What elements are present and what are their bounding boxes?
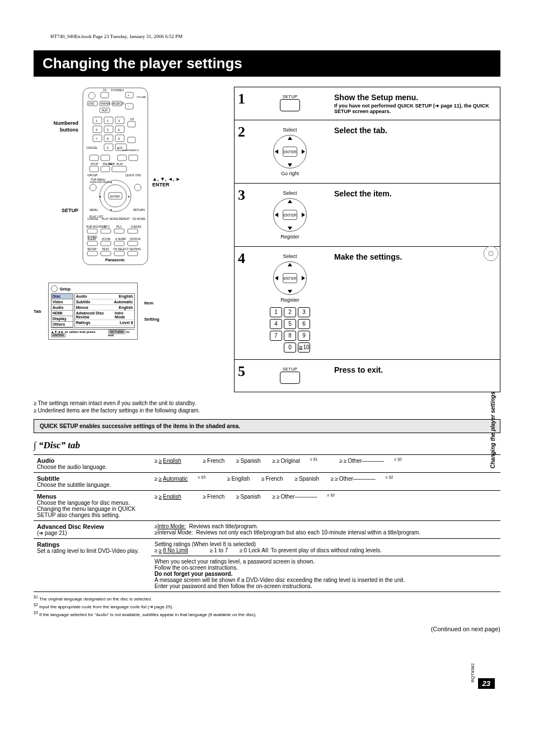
- step1-head: Show the Setup menu.: [334, 93, 494, 102]
- tab-others[interactable]: Others: [51, 322, 73, 327]
- ratings-n2: Follow the on-screen instructions.: [154, 565, 497, 571]
- step4-head: Make the settings.: [334, 252, 494, 261]
- svg-rect-93: [128, 241, 138, 246]
- svg-text:MUSIC P.: MUSIC P.: [113, 102, 125, 105]
- svg-text:SFC: SFC: [104, 225, 110, 228]
- tab-disc[interactable]: Disc: [51, 294, 73, 299]
- svg-rect-92: [114, 241, 124, 246]
- svg-text:6: 6: [118, 128, 120, 132]
- setup-tab-list: Disc Video Audio HDMI Display Others: [51, 293, 73, 328]
- svg-rect-30: [93, 135, 102, 142]
- svg-text:STATUS: STATUS: [130, 237, 141, 241]
- svg-text:TV: TV: [103, 88, 107, 92]
- svg-text:GROUP: GROUP: [87, 173, 98, 177]
- svg-rect-5: [125, 92, 133, 98]
- svg-rect-55: [112, 166, 127, 172]
- svg-text:5: 5: [107, 128, 109, 132]
- svg-rect-82: [101, 229, 111, 233]
- svg-text:CH: CH: [130, 118, 134, 121]
- step-4: 4 Select ENTER Register 123 456 789 0≧1: [235, 247, 500, 360]
- svg-text:AUX: AUX: [102, 109, 108, 112]
- tab-display[interactable]: Display: [51, 316, 73, 322]
- svg-rect-42: [128, 121, 135, 127]
- keypad[interactable]: 123 456 789 0≧10: [250, 307, 330, 353]
- svg-rect-45: [90, 155, 99, 161]
- disc-settings-table: AudioChoose the audio language. English …: [34, 454, 500, 592]
- svg-text:QUICK OSD: QUICK OSD: [125, 173, 141, 177]
- page: HT740_940En.book Page 23 Tuesday, Januar…: [0, 0, 534, 756]
- svg-text:FM/AM: FM/AM: [101, 102, 110, 105]
- menus-desc: Choose the language for disc menus. Chan…: [37, 500, 135, 518]
- label-directions: ▲, ▼, ◄, ►: [152, 176, 181, 182]
- step-2: 2 Select ENTER Go right Select the tab.: [235, 120, 500, 184]
- ratings-n1: When you select your ratings level, a pa…: [154, 558, 497, 565]
- svg-text:PLAY: PLAY: [116, 162, 124, 166]
- audio-desc: Choose the audio language.: [37, 464, 107, 470]
- adr-label: Advanced Disc Review: [37, 523, 104, 530]
- quick-setup-note: QUICK SETUP enables successive settings …: [34, 419, 500, 433]
- step-3: 3 Select ENTER Register Select the item.: [235, 184, 500, 247]
- svg-text:►: ►: [128, 195, 130, 198]
- svg-rect-22: [115, 117, 124, 124]
- svg-rect-46: [101, 155, 110, 161]
- step4-register: Register: [250, 297, 330, 303]
- svg-text:A.SURR: A.SURR: [115, 237, 126, 241]
- svg-rect-32: [104, 135, 113, 142]
- svg-rect-24: [93, 126, 102, 133]
- svg-text:SETUP: SETUP: [87, 247, 97, 251]
- label-buttons: buttons: [34, 127, 78, 133]
- notes: The settings remain intact even if you s…: [34, 400, 500, 414]
- steps-panel: 1 SETUP Show the Setup menu. If you have…: [234, 87, 500, 392]
- note-2: Underlined items are the factory setting…: [34, 407, 200, 414]
- svg-rect-90: [87, 241, 97, 246]
- svg-text:H.BASS: H.BASS: [131, 225, 142, 228]
- step2-select: Select: [250, 127, 330, 133]
- svg-text:TV/VIDEO: TV/VIDEO: [111, 88, 124, 92]
- continued-note: (Continued on next page): [34, 626, 500, 632]
- svg-text:DVD: DVD: [88, 102, 95, 105]
- svg-rect-2: [101, 92, 109, 98]
- svg-text:TEST: TEST: [102, 247, 109, 251]
- step3-select: Select: [250, 190, 330, 196]
- svg-rect-101: [128, 251, 138, 256]
- step-1: 1 SETUP Show the Setup menu. If you have…: [235, 87, 500, 120]
- tab-hdmi[interactable]: HDMI: [51, 311, 73, 316]
- adr-ref: (➜ page 21): [37, 530, 67, 536]
- svg-rect-36: [104, 144, 113, 151]
- svg-text:◄: ◄: [99, 195, 101, 198]
- svg-text:CANCEL: CANCEL: [87, 217, 99, 220]
- note-1: The settings remain intact even if you s…: [34, 400, 196, 406]
- enter-label: ENTER: [283, 273, 297, 283]
- svg-text:REPEAT: REPEAT: [119, 217, 130, 220]
- svg-text:0: 0: [107, 146, 109, 149]
- enter-ring-icon[interactable]: ENTER: [273, 261, 307, 295]
- doc-code: RQT8582: [470, 663, 475, 683]
- setup-title: Setup: [60, 287, 71, 291]
- callout-setting: Setting: [144, 317, 160, 322]
- step5-setup-label: SETUP: [250, 367, 330, 372]
- enter-ring-icon[interactable]: ENTER: [273, 135, 307, 168]
- svg-rect-18: [93, 117, 102, 124]
- audio-label: Audio: [37, 457, 54, 464]
- menus-label: Menus: [37, 493, 57, 500]
- svg-rect-81: [87, 229, 97, 233]
- tab-audio[interactable]: Audio: [51, 305, 73, 311]
- svg-text:SLEEP: SLEEP: [87, 237, 97, 241]
- svg-text:ENTER: ENTER: [110, 195, 120, 198]
- svg-rect-26: [104, 126, 113, 133]
- setup-button-icon[interactable]: [280, 99, 300, 111]
- svg-text:PLAY MODE: PLAY MODE: [102, 217, 118, 220]
- svg-text:CANCEL: CANCEL: [86, 146, 98, 149]
- step2-go: Go right: [250, 171, 330, 176]
- svg-text:CD MODE: CD MODE: [132, 217, 146, 220]
- svg-rect-43: [128, 137, 135, 143]
- svg-rect-98: [87, 251, 97, 256]
- svg-rect-48: [129, 155, 138, 161]
- svg-text:1: 1: [96, 119, 97, 123]
- tab-video[interactable]: Video: [51, 299, 73, 305]
- step3-head: Select the item.: [334, 189, 494, 198]
- setup-button-icon[interactable]: [280, 372, 300, 384]
- svg-point-1: [88, 92, 95, 99]
- enter-ring-icon[interactable]: ENTER: [273, 198, 307, 232]
- label-setup: SETUP: [34, 208, 78, 213]
